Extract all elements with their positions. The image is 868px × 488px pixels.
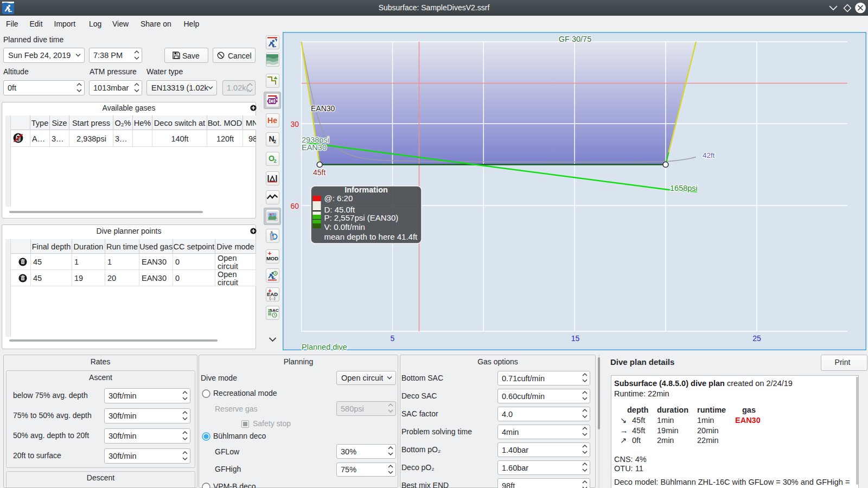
svg-text:mean depth to here 41.4ft: mean depth to here 41.4ft [324,232,418,241]
svg-text:@: 6:20: @: 6:20 [324,194,353,203]
svg-text:2: 2 [273,158,276,164]
svg-text:Planned dive: Planned dive [302,343,347,351]
svg-text:D: 45.0ft: D: 45.0ft [324,205,356,214]
svg-text:45ft: 45ft [313,168,326,177]
svg-text:2: 2 [273,139,276,144]
svg-text:60: 60 [290,202,299,210]
svg-text:Information: Information [344,185,388,194]
svg-text:EAN30: EAN30 [311,104,335,113]
svg-text:25: 25 [752,334,761,343]
svg-text:42ft: 42ft [703,151,715,159]
svg-text:5: 5 [391,334,395,343]
svg-text:(...): (...) [270,296,276,300]
svg-text:1658psi: 1658psi [670,184,698,192]
svg-text:30: 30 [290,120,299,129]
svg-text:15: 15 [571,334,580,343]
svg-text:P: 2,557psi (EAN30): P: 2,557psi (EAN30) [324,213,399,222]
svg-text:SAC: SAC [270,308,279,313]
svg-text:MOD: MOD [266,255,278,261]
svg-text:EAN30: EAN30 [302,143,327,152]
svg-text:V: 0.0ft/min: V: 0.0ft/min [324,222,365,232]
svg-text:He: He [267,116,277,125]
svg-text:GF 30/75: GF 30/75 [559,35,591,43]
